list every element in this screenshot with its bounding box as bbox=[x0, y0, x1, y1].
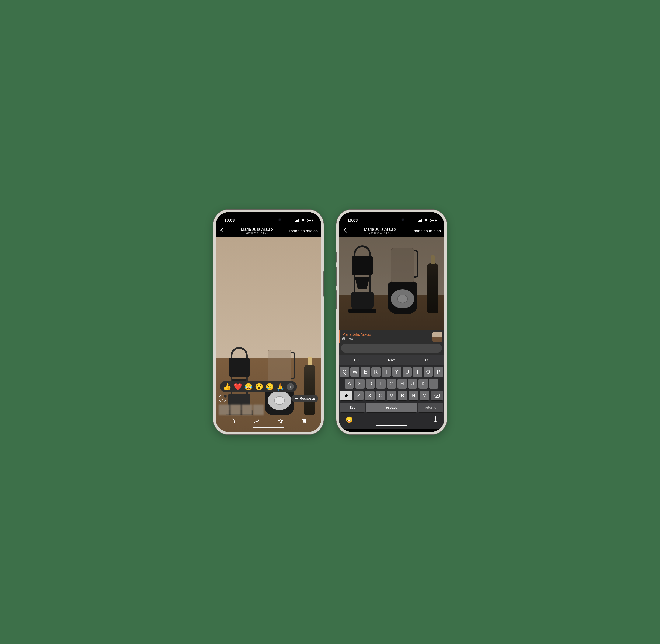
key-f[interactable]: F bbox=[376, 379, 386, 389]
svg-rect-6 bbox=[418, 221, 419, 222]
reaction-sad[interactable]: 😢 bbox=[265, 383, 274, 390]
key-r[interactable]: R bbox=[371, 367, 380, 377]
reply-context[interactable]: Maria Júlia Araújo Foto bbox=[339, 330, 444, 343]
svg-point-5 bbox=[223, 398, 224, 398]
key-o[interactable]: O bbox=[424, 367, 433, 377]
key-q[interactable]: Q bbox=[340, 367, 349, 377]
svg-rect-9 bbox=[421, 219, 422, 222]
suggestion-3[interactable]: O bbox=[409, 355, 444, 365]
reaction-laugh[interactable]: 😂 bbox=[244, 383, 253, 390]
key-g[interactable]: G bbox=[387, 379, 396, 389]
reply-icon bbox=[295, 397, 298, 400]
delete-button[interactable] bbox=[301, 418, 307, 425]
back-button[interactable] bbox=[218, 227, 225, 234]
media-photo[interactable]: 👍 ❤️ 😂 😮 😢 🙏 ＋ + Resposta bbox=[216, 237, 321, 432]
all-media-button[interactable]: Todas as mídias bbox=[289, 229, 318, 233]
key-y[interactable]: Y bbox=[392, 367, 401, 377]
share-button[interactable] bbox=[230, 418, 236, 425]
emoji-keyboard-button[interactable]: 😀 bbox=[346, 416, 353, 423]
key-space[interactable]: espaço bbox=[366, 402, 417, 412]
reaction-heart[interactable]: ❤️ bbox=[234, 383, 242, 390]
key-i[interactable]: I bbox=[413, 367, 422, 377]
phone-device-left: 16:03 Maria Júlia Araújo 26/08/2024, 11:… bbox=[213, 210, 324, 434]
key-h[interactable]: H bbox=[397, 379, 407, 389]
svg-rect-2 bbox=[297, 220, 298, 222]
status-icons bbox=[295, 219, 313, 222]
reaction-pray[interactable]: 🙏 bbox=[276, 383, 285, 390]
key-d[interactable]: D bbox=[366, 379, 375, 389]
header-title-block[interactable]: Maria Júlia Araújo 26/08/2024, 11:25 bbox=[348, 227, 412, 235]
battery-icon bbox=[307, 219, 313, 222]
reaction-picker: 👍 ❤️ 😂 😮 😢 🙏 ＋ bbox=[220, 381, 297, 392]
svg-rect-3 bbox=[299, 219, 299, 222]
key-j[interactable]: J bbox=[408, 379, 417, 389]
reaction-thumbs-up[interactable]: 👍 bbox=[223, 383, 232, 390]
key-b[interactable]: B bbox=[398, 391, 408, 400]
key-l[interactable]: L bbox=[429, 379, 438, 389]
svg-rect-11 bbox=[343, 338, 345, 338]
key-e[interactable]: E bbox=[361, 367, 370, 377]
dynamic-island bbox=[254, 215, 283, 224]
home-indicator[interactable] bbox=[376, 425, 408, 427]
reaction-wow[interactable]: 😮 bbox=[255, 383, 263, 390]
media-thumbnails[interactable] bbox=[219, 405, 318, 415]
media-datetime: 26/08/2024, 11:25 bbox=[225, 232, 289, 235]
camera-icon bbox=[342, 338, 346, 340]
dim-overlay bbox=[339, 237, 444, 330]
key-a[interactable]: A bbox=[345, 379, 354, 389]
cellular-icon bbox=[418, 219, 422, 222]
svg-rect-1 bbox=[296, 220, 297, 222]
media-photo[interactable] bbox=[339, 237, 444, 330]
key-m[interactable]: M bbox=[420, 391, 429, 400]
reply-button[interactable]: Resposta bbox=[291, 395, 318, 402]
cellular-icon bbox=[295, 219, 300, 222]
home-indicator[interactable] bbox=[252, 428, 284, 429]
suggestion-2[interactable]: Não bbox=[374, 355, 410, 365]
sticker-button[interactable]: + bbox=[219, 395, 226, 402]
add-reaction-button[interactable]: ＋ bbox=[287, 383, 294, 390]
key-s[interactable]: S bbox=[355, 379, 365, 389]
key-v[interactable]: V bbox=[387, 391, 396, 400]
battery-icon bbox=[430, 219, 437, 222]
media-viewer-header: Maria Júlia Araújo 26/08/2024, 11:25 Tod… bbox=[339, 226, 444, 237]
key-shift[interactable] bbox=[340, 391, 352, 400]
suggestion-1[interactable]: Eu bbox=[339, 355, 374, 365]
keyboard: Q W E R T Y U I O P A S D F G H J K L bbox=[339, 365, 444, 429]
key-return[interactable]: retorno bbox=[418, 402, 443, 412]
wifi-icon bbox=[301, 219, 305, 222]
reply-thumbnail bbox=[432, 332, 442, 342]
svg-point-12 bbox=[344, 339, 345, 340]
reply-context-name: Maria Júlia Araújo bbox=[342, 332, 371, 337]
key-u[interactable]: U bbox=[402, 367, 412, 377]
key-t[interactable]: T bbox=[382, 367, 391, 377]
key-k[interactable]: K bbox=[418, 379, 428, 389]
key-n[interactable]: N bbox=[409, 391, 418, 400]
markup-button[interactable] bbox=[254, 418, 260, 425]
header-title-block[interactable]: Maria Júlia Araújo 26/08/2024, 11:25 bbox=[225, 227, 289, 235]
dictation-button[interactable] bbox=[433, 416, 438, 423]
contact-name: Maria Júlia Araújo bbox=[348, 227, 412, 232]
key-w[interactable]: W bbox=[350, 367, 359, 377]
status-icons bbox=[418, 219, 437, 222]
key-delete[interactable] bbox=[431, 391, 443, 400]
key-p[interactable]: P bbox=[434, 367, 443, 377]
reply-input[interactable] bbox=[341, 344, 442, 352]
phone-device-right: 16:03 Maria Júlia Araújo 26/08/2024, 11:… bbox=[336, 210, 447, 434]
svg-rect-7 bbox=[419, 220, 420, 222]
contact-name: Maria Júlia Araújo bbox=[225, 227, 289, 232]
svg-rect-8 bbox=[420, 220, 421, 222]
key-c[interactable]: C bbox=[376, 391, 386, 400]
reply-label: Resposta bbox=[300, 396, 315, 401]
status-time: 16:03 bbox=[224, 218, 235, 223]
back-button[interactable] bbox=[342, 227, 348, 234]
star-button[interactable] bbox=[278, 418, 283, 425]
media-viewer-header: Maria Júlia Araújo 26/08/2024, 11:25 Tod… bbox=[216, 226, 321, 237]
key-numbers[interactable]: 123 bbox=[340, 402, 365, 412]
key-x[interactable]: X bbox=[365, 391, 375, 400]
key-z[interactable]: Z bbox=[354, 391, 364, 400]
keyboard-suggestions: Eu Não O bbox=[339, 355, 444, 365]
wifi-icon bbox=[424, 219, 428, 222]
all-media-button[interactable]: Todas as mídias bbox=[412, 229, 441, 233]
svg-point-4 bbox=[222, 398, 222, 398]
bottom-toolbar bbox=[219, 415, 318, 427]
